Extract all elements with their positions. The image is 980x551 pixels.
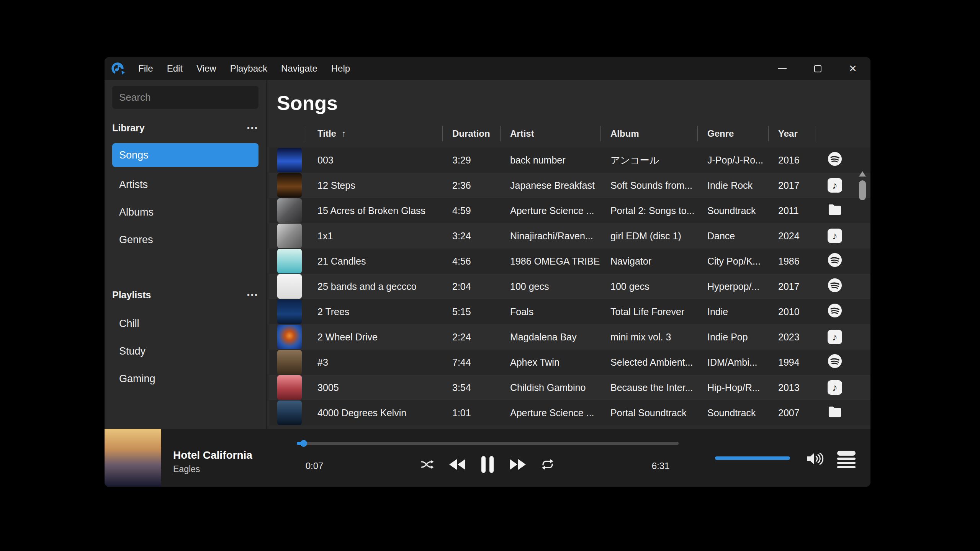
repeat-button[interactable] <box>541 458 555 471</box>
elapsed-time: 0:07 <box>306 461 324 471</box>
column-header-title[interactable]: Title↑ <box>305 125 442 142</box>
song-row[interactable]: 21 Candles 4:56 1986 OMEGA TRIBE Navigat… <box>269 249 870 274</box>
sidebar-item-albums[interactable]: Albums <box>112 198 258 226</box>
fast-forward-icon <box>509 459 526 470</box>
column-header-source <box>815 125 855 142</box>
song-year: 1994 <box>768 357 815 368</box>
library-menu-button[interactable]: ••• <box>247 124 258 132</box>
vertical-scrollbar[interactable] <box>859 171 866 450</box>
song-album: 100 gecs <box>600 281 697 292</box>
titlebar: FileEditViewPlaybackNavigateHelp ✕ <box>105 57 870 80</box>
maximize-button[interactable] <box>800 57 835 80</box>
sidebar: Library ••• SongsArtistsAlbumsGenres Pla… <box>105 80 266 429</box>
volume-button[interactable] <box>806 451 824 468</box>
playlist-item-chill[interactable]: Chill <box>112 310 258 337</box>
song-artist: Ninajirachi/Raven... <box>500 231 600 242</box>
song-title: 15 Acres of Broken Glass <box>305 205 442 216</box>
menu-item-edit[interactable]: Edit <box>167 63 183 74</box>
menu-item-help[interactable]: Help <box>331 63 350 74</box>
music-note-icon: ♪ <box>828 229 842 243</box>
column-header-album[interactable]: Album <box>600 125 697 142</box>
song-year: 2011 <box>768 205 815 216</box>
song-title: 4000 Degrees Kelvin <box>305 407 442 419</box>
song-year: 2007 <box>768 407 815 419</box>
menu-item-playback[interactable]: Playback <box>230 63 267 74</box>
scroll-up-arrow-icon[interactable] <box>859 171 866 177</box>
song-album: アンコール <box>600 154 697 167</box>
song-album: girl EDM (disc 1) <box>600 231 697 242</box>
shuffle-icon <box>420 458 434 471</box>
album-art-thumbnail <box>277 299 302 324</box>
playlist-item-gaming[interactable]: Gaming <box>112 365 258 392</box>
shuffle-button[interactable] <box>420 458 434 471</box>
song-genre: Indie Rock <box>697 180 768 191</box>
sidebar-item-artists[interactable]: Artists <box>112 171 258 198</box>
playlist-item-study[interactable]: Study <box>112 337 258 365</box>
album-art-thumbnail <box>277 350 302 374</box>
song-year: 2016 <box>768 155 815 166</box>
player-bar: Hotel California Eagles 0:07 6:31 <box>105 429 870 487</box>
song-row[interactable]: 15 Acres of Broken Glass 4:59 Aperture S… <box>269 198 870 223</box>
sidebar-item-genres[interactable]: Genres <box>112 226 258 253</box>
song-album: Because the Inter... <box>600 382 697 393</box>
menu-item-view[interactable]: View <box>196 63 216 74</box>
song-artist: Childish Gambino <box>500 382 600 393</box>
queue-button[interactable] <box>837 451 856 468</box>
app-window: FileEditViewPlaybackNavigateHelp ✕ Libra… <box>105 57 870 487</box>
song-duration: 3:24 <box>442 231 500 242</box>
playlists-menu-button[interactable]: ••• <box>247 291 258 299</box>
song-title: 12 Steps <box>305 180 442 191</box>
library-list: SongsArtistsAlbumsGenres <box>112 143 258 253</box>
rewind-button[interactable] <box>449 459 466 470</box>
scrollbar-thumb[interactable] <box>859 180 866 200</box>
search-input[interactable] <box>112 86 258 109</box>
menubar: FileEditViewPlaybackNavigateHelp <box>138 63 350 74</box>
menu-item-navigate[interactable]: Navigate <box>281 63 317 74</box>
album-art-thumbnail <box>277 325 302 349</box>
sidebar-item-songs[interactable]: Songs <box>112 143 258 167</box>
song-artist: back number <box>500 155 600 166</box>
column-header-genre[interactable]: Genre <box>697 125 768 142</box>
main-content: Songs Title↑ Duration Artist Album Genre… <box>267 80 870 429</box>
song-row[interactable]: 003 3:29 back number アンコール J-Pop/J-Ro...… <box>269 147 870 173</box>
song-artist: Aphex Twin <box>500 357 600 368</box>
playback-progress-slider[interactable] <box>297 442 679 445</box>
spotify-icon <box>828 152 842 168</box>
song-duration: 4:59 <box>442 205 500 216</box>
volume-slider[interactable] <box>715 456 790 460</box>
close-button[interactable]: ✕ <box>835 57 870 80</box>
song-duration: 2:04 <box>442 281 500 292</box>
now-playing-album-art[interactable] <box>105 429 161 487</box>
song-album: Soft Sounds from... <box>600 180 697 191</box>
rewind-icon <box>449 459 466 470</box>
song-row[interactable]: #3 7:44 Aphex Twin Selected Ambient... I… <box>269 350 870 375</box>
song-row[interactable]: 3005 3:54 Childish Gambino Because the I… <box>269 375 870 400</box>
song-row[interactable]: 2 Wheel Drive 2:24 Magdalena Bay mini mi… <box>269 324 870 350</box>
music-note-icon: ♪ <box>828 178 842 193</box>
song-row[interactable]: 25 bands and a geccco 2:04 100 gecs 100 … <box>269 274 870 299</box>
song-row[interactable]: 12 Steps 2:36 Japanese Breakfast Soft So… <box>269 173 870 198</box>
song-duration: 4:56 <box>442 256 500 267</box>
song-genre: J-Pop/J-Ro... <box>697 155 768 166</box>
progress-thumb[interactable] <box>300 440 307 447</box>
album-art-thumbnail <box>277 274 302 299</box>
song-row[interactable]: 4000 Degrees Kelvin 1:01 Aperture Scienc… <box>269 400 870 425</box>
song-artist: Aperture Science ... <box>500 407 600 419</box>
spotify-icon <box>828 253 842 270</box>
column-header-year[interactable]: Year <box>768 125 815 142</box>
table-header: Title↑ Duration Artist Album Genre Year <box>269 125 870 142</box>
column-header-artist[interactable]: Artist <box>500 125 600 142</box>
app-logo-icon <box>111 61 125 76</box>
fast-forward-button[interactable] <box>509 459 526 470</box>
song-album: Portal Soundtrack <box>600 407 697 419</box>
menu-item-file[interactable]: File <box>138 63 153 74</box>
song-year: 2024 <box>768 231 815 242</box>
song-row[interactable]: 2 Trees 5:15 Foals Total Life Forever In… <box>269 299 870 324</box>
songs-table: Title↑ Duration Artist Album Genre Year … <box>269 125 870 425</box>
minimize-button[interactable] <box>765 57 800 80</box>
song-genre: Hyperpop/... <box>697 281 768 292</box>
song-row[interactable]: 1x1 3:24 Ninajirachi/Raven... girl EDM (… <box>269 223 870 249</box>
column-header-duration[interactable]: Duration <box>442 125 500 142</box>
pause-button[interactable] <box>480 456 495 473</box>
song-genre: Indie <box>697 306 768 317</box>
